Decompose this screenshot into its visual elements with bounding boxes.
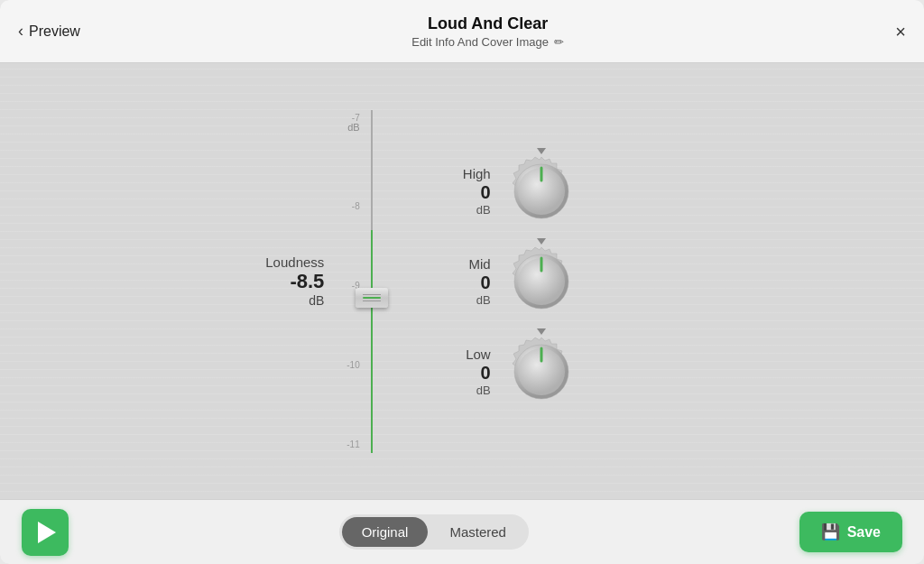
fader-section: Loudness -8.5 dB -7dB -8 -9 — [346, 110, 377, 453]
knob-label-low: Low 0 dB — [450, 347, 491, 397]
play-button[interactable] — [22, 509, 69, 556]
fader-thumb-notch — [363, 294, 381, 295]
main-content: Loudness -8.5 dB -7dB -8 -9 — [0, 63, 924, 499]
fader-thumb-notch-2 — [363, 300, 381, 301]
low-value: 0 — [450, 362, 491, 384]
controls-wrapper: Loudness -8.5 dB -7dB -8 -9 — [36, 110, 888, 453]
low-unit: dB — [450, 384, 491, 397]
high-knob[interactable] — [505, 155, 578, 227]
fader-thumb-line — [363, 297, 381, 299]
mid-knob-svg — [505, 245, 578, 318]
scale-mark-7: -7dB — [347, 114, 359, 133]
edit-info-row: Edit Info And Cover Image ✏ — [411, 35, 564, 49]
high-knob-arrow — [537, 148, 546, 154]
high-knob-container — [505, 155, 578, 227]
loudness-value: -8.5 — [265, 270, 324, 293]
high-value: 0 — [450, 181, 491, 203]
knob-row-high: High 0 dB — [450, 155, 578, 227]
header: ‹ Preview Loud And Clear Edit Info And C… — [0, 0, 924, 63]
scale-mark-11: -11 — [346, 440, 359, 449]
back-button[interactable]: ‹ Preview — [18, 22, 80, 41]
fader-fill — [371, 230, 373, 453]
app-container: ‹ Preview Loud And Clear Edit Info And C… — [0, 0, 924, 564]
mid-knob[interactable] — [505, 245, 578, 318]
edit-info-label: Edit Info And Cover Image — [411, 35, 549, 49]
mid-knob-container — [505, 245, 578, 318]
header-center: Loud And Clear Edit Info And Cover Image… — [411, 14, 564, 49]
low-knob-container — [505, 336, 578, 408]
low-knob[interactable] — [505, 336, 578, 408]
fader-rail[interactable] — [365, 110, 378, 453]
scale-mark-8: -8 — [352, 202, 360, 211]
track-title: Loud And Clear — [411, 14, 564, 33]
pencil-icon[interactable]: ✏ — [554, 35, 564, 49]
footer: Original Mastered 💾 Save — [0, 499, 924, 564]
knob-row-mid: Mid 0 dB — [450, 245, 578, 318]
mid-knob-arrow — [537, 238, 546, 245]
low-knob-arrow — [537, 328, 546, 335]
knob-row-low: Low 0 dB — [450, 336, 578, 408]
eq-section: High 0 dB — [450, 155, 578, 408]
fader-track-container: -7dB -8 -9 -10 -11 — [346, 110, 377, 453]
fader-thumb[interactable] — [356, 288, 388, 308]
play-icon — [38, 522, 56, 543]
low-knob-svg — [505, 336, 578, 408]
high-unit: dB — [450, 203, 491, 217]
knob-label-mid: Mid 0 dB — [450, 256, 491, 307]
loudness-label-group: Loudness -8.5 dB — [265, 254, 324, 308]
save-label: Save — [847, 524, 881, 541]
save-button[interactable]: 💾 Save — [799, 512, 902, 552]
low-band-label: Low — [450, 347, 491, 362]
mid-unit: dB — [450, 293, 491, 307]
high-knob-svg — [505, 155, 578, 227]
original-toggle[interactable]: Original — [342, 517, 429, 547]
high-band-label: High — [450, 166, 491, 181]
mid-value: 0 — [450, 272, 491, 293]
toggle-group: Original Mastered — [339, 514, 529, 550]
mid-band-label: Mid — [450, 256, 491, 272]
save-icon: 💾 — [821, 522, 840, 541]
loudness-title: Loudness — [265, 254, 324, 270]
chevron-left-icon: ‹ — [18, 22, 23, 41]
knob-label-high: High 0 dB — [450, 166, 491, 217]
fader-scale: -7dB -8 -9 -10 -11 — [346, 110, 359, 453]
loudness-unit: dB — [265, 293, 324, 308]
scale-mark-10: -10 — [346, 361, 359, 370]
back-label: Preview — [29, 23, 80, 40]
close-button[interactable]: × — [895, 23, 906, 41]
mastered-toggle[interactable]: Mastered — [430, 517, 526, 547]
